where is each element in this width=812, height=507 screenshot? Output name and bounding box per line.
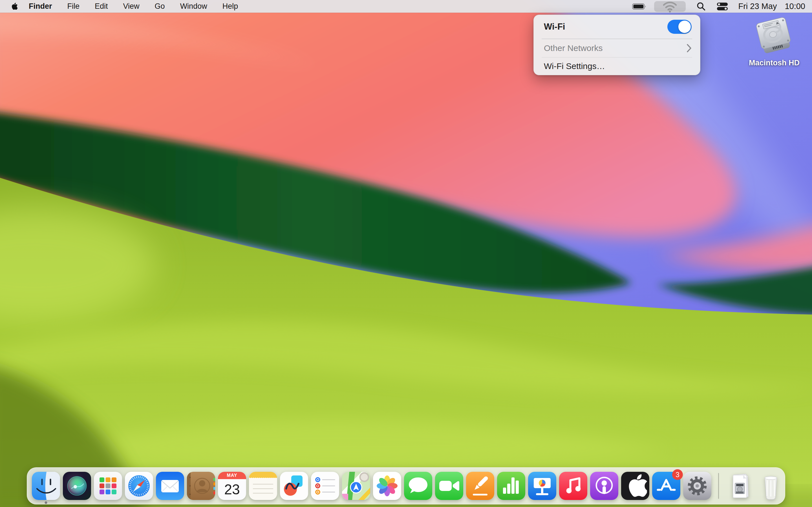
menu-item-edit[interactable]: Edit: [95, 2, 108, 11]
freeform-icon: [280, 472, 308, 500]
notes-icon: [249, 472, 277, 500]
dock-item-contacts[interactable]: [187, 472, 215, 500]
wifi-menu-title: Wi-Fi: [544, 22, 565, 32]
reminders-icon: [311, 472, 339, 500]
system-settings-gear-icon: [683, 472, 711, 500]
app-store-notification-badge: 3: [672, 469, 683, 480]
dock-item-system-settings[interactable]: [683, 472, 711, 500]
dock-item-maps[interactable]: [342, 472, 370, 500]
wifi-settings-row[interactable]: Wi-Fi Settings…: [534, 57, 700, 75]
dock-item-siri[interactable]: [63, 472, 91, 500]
dock-item-finder[interactable]: [32, 472, 60, 500]
pages-icon: [466, 472, 494, 500]
menu-bar: Finder File Edit View Go Window Help: [0, 0, 812, 13]
chevron-right-icon: [687, 44, 692, 52]
dock-divider: [718, 473, 719, 499]
menu-bar-clock[interactable]: Fri 23 May 10:00: [738, 2, 805, 11]
menu-item-help[interactable]: Help: [222, 2, 238, 11]
menu-bar-left: Finder File Edit View Go Window Help: [0, 2, 253, 11]
photos-icon: [373, 472, 401, 500]
dock-item-reminders[interactable]: [311, 472, 339, 500]
finder-icon: [32, 472, 60, 500]
wifi-menu-button[interactable]: [654, 1, 686, 12]
documents-stack-icon: [726, 472, 754, 501]
apple-logo-icon: [621, 472, 649, 500]
wifi-settings-label: Wi-Fi Settings…: [544, 61, 605, 71]
podcasts-icon: [590, 472, 618, 500]
control-center-button[interactable]: [717, 2, 728, 11]
dock-item-facetime[interactable]: [435, 472, 463, 500]
dock-item-numbers[interactable]: [497, 472, 525, 500]
dock-item-keynote[interactable]: [528, 472, 556, 500]
dock-item-safari[interactable]: [125, 472, 153, 500]
maps-icon: [342, 472, 370, 500]
dock-item-freeform[interactable]: [280, 472, 308, 500]
calendar-day: 23: [218, 479, 246, 500]
menu-item-finder[interactable]: Finder: [29, 2, 52, 11]
wifi-toggle-row: Wi-Fi: [534, 15, 700, 39]
battery-icon: [632, 3, 647, 10]
spotlight-search-icon: [696, 2, 706, 11]
apple-menu[interactable]: [10, 2, 17, 11]
messages-icon: [404, 472, 432, 500]
dock-item-launchpad[interactable]: [94, 472, 122, 500]
dock-item-notes[interactable]: [249, 472, 277, 500]
other-networks-row[interactable]: Other Networks: [534, 39, 700, 57]
desktop-wallpaper: [0, 0, 812, 507]
menu-bar-status-area: Fri 23 May 10:00: [621, 1, 812, 12]
dock-item-tv[interactable]: tv: [621, 472, 649, 500]
wifi-toggle-knob: [678, 20, 691, 33]
keynote-icon: [528, 472, 556, 500]
contacts-icon: [187, 472, 215, 500]
volume-label: Macintosh HD: [749, 59, 800, 67]
launchpad-icon: [94, 472, 122, 500]
dock-item-music[interactable]: [559, 472, 587, 500]
wifi-toggle-switch[interactable]: [667, 20, 692, 34]
menu-item-go[interactable]: Go: [155, 2, 165, 11]
dock-item-trash[interactable]: [757, 472, 785, 500]
spotlight-button[interactable]: [696, 2, 706, 11]
dock-item-app-store[interactable]: 3: [652, 472, 680, 500]
menu-item-file[interactable]: File: [67, 2, 80, 11]
siri-icon: [63, 472, 91, 500]
menu-item-window[interactable]: Window: [180, 2, 207, 11]
battery-indicator[interactable]: [632, 3, 647, 10]
dock-item-messages[interactable]: [404, 472, 432, 500]
dock-item-podcasts[interactable]: [590, 472, 618, 500]
clock-time: 10:00: [784, 2, 805, 11]
dock: MAY 23: [27, 467, 785, 504]
menu-item-view[interactable]: View: [123, 2, 140, 11]
dock-item-documents-stack[interactable]: [726, 472, 754, 500]
clock-date: Fri 23 May: [738, 2, 777, 11]
desktop-volume-macintosh-hd[interactable]: Macintosh HD: [744, 16, 804, 67]
safari-icon: [125, 472, 153, 500]
mail-icon: [156, 472, 184, 500]
macintosh-hd-drive-icon: [756, 16, 792, 57]
control-center-icon: [717, 2, 728, 11]
wifi-icon: [662, 1, 677, 12]
other-networks-label: Other Networks: [544, 43, 603, 53]
dock-item-photos[interactable]: [373, 472, 401, 500]
calendar-month: MAY: [218, 472, 246, 479]
music-icon: [559, 472, 587, 500]
facetime-icon: [435, 472, 463, 500]
dock-item-mail[interactable]: [156, 472, 184, 500]
dock-item-pages[interactable]: [466, 472, 494, 500]
dock-item-calendar[interactable]: MAY 23: [218, 472, 246, 500]
numbers-icon: [497, 472, 525, 500]
finder-running-indicator: [45, 501, 47, 504]
wifi-menu-popover: Wi-Fi Other Networks Wi-Fi Settings…: [534, 15, 700, 75]
trash-icon: [757, 472, 785, 501]
apple-logo-icon: [10, 2, 17, 11]
